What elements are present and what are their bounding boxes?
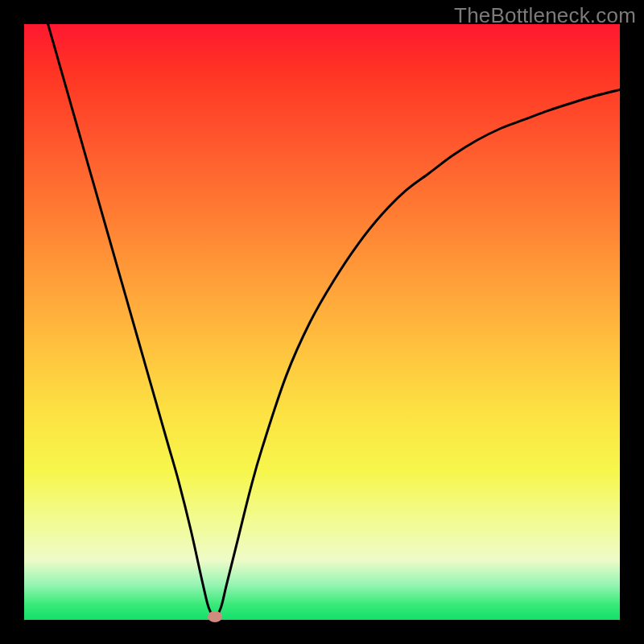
bottleneck-curve	[24, 24, 620, 620]
minimum-marker	[208, 611, 222, 622]
chart-frame	[24, 24, 620, 620]
